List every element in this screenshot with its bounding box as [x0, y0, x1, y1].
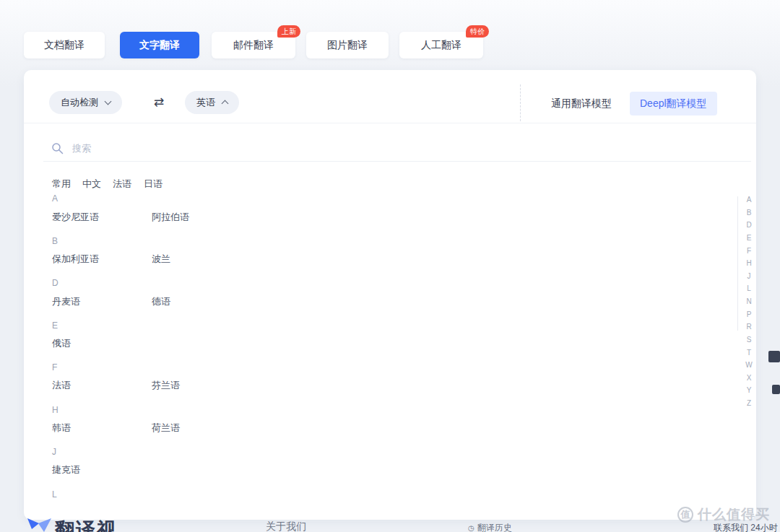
language-option-danish[interactable]: 丹麦语: [52, 295, 80, 308]
tab-document-translation[interactable]: 文档翻译: [24, 32, 105, 58]
search-divider: [43, 161, 751, 162]
target-language-select[interactable]: 英语: [185, 91, 239, 114]
index-letter[interactable]: E: [747, 235, 752, 242]
index-letter[interactable]: Y: [747, 387, 752, 394]
section-letter: E: [52, 320, 58, 331]
tab-label: 文档翻译: [44, 39, 84, 52]
source-language-label: 自动检测: [61, 96, 98, 109]
quick-tab-chinese[interactable]: 中文: [82, 178, 101, 191]
tab-label: 图片翻译: [327, 39, 368, 52]
index-letter[interactable]: R: [746, 323, 751, 331]
index-letter[interactable]: A: [747, 196, 752, 204]
index-letter[interactable]: J: [748, 273, 751, 280]
index-letter[interactable]: F: [747, 248, 751, 255]
section-letter: F: [52, 362, 57, 372]
section-letter: B: [52, 236, 58, 246]
tab-text-translation[interactable]: 文字翻译: [120, 32, 199, 58]
alphabet-index: A B D E F H J L N P R S T W X Y Z: [742, 196, 755, 407]
quick-tab-japanese[interactable]: 日语: [144, 178, 162, 191]
target-language-label: 英语: [196, 96, 215, 109]
tab-image-translation[interactable]: 图片翻译: [306, 32, 389, 58]
index-letter[interactable]: Z: [747, 400, 751, 407]
language-option-russian[interactable]: 俄语: [52, 337, 71, 350]
footer-contact-text: 联系我们 24小时: [714, 522, 778, 532]
language-option-german[interactable]: 德语: [152, 295, 170, 308]
language-search-input[interactable]: [72, 141, 303, 155]
language-option-czech[interactable]: 捷克语: [52, 463, 80, 476]
footer-link-history[interactable]: ◷翻译历史: [468, 522, 512, 532]
index-letter[interactable]: S: [747, 336, 752, 344]
index-letter[interactable]: X: [747, 375, 752, 382]
clock-icon: ◷: [468, 524, 474, 532]
swap-languages-icon[interactable]: ⇄: [154, 95, 164, 110]
new-badge: 上新: [277, 25, 300, 38]
language-option-french[interactable]: 法语: [52, 379, 71, 392]
section-letter: L: [52, 489, 57, 500]
quick-tab-common[interactable]: 常用: [52, 178, 71, 191]
language-option-polish[interactable]: 波兰: [152, 253, 170, 266]
model-deepl-button[interactable]: Deepl翻译模型: [630, 92, 717, 115]
index-letter[interactable]: L: [747, 285, 751, 292]
dropdown-top-divider: [24, 123, 756, 123]
footer-link-about[interactable]: 关于我们: [266, 520, 306, 532]
chevron-up-icon: [222, 100, 229, 108]
language-option-dutch[interactable]: 荷兰语: [152, 422, 180, 435]
section-letter: H: [52, 405, 58, 415]
index-letter[interactable]: N: [746, 298, 751, 305]
index-letter[interactable]: P: [747, 311, 752, 318]
footer-link-label: 翻译历史: [477, 523, 512, 532]
section-letter: D: [52, 278, 58, 288]
language-option-korean[interactable]: 韩语: [52, 422, 71, 435]
source-language-select[interactable]: 自动检测: [49, 91, 122, 114]
tab-label: 人工翻译: [421, 39, 462, 52]
smzdm-logo-icon: 值: [677, 507, 693, 523]
language-option-estonian[interactable]: 爱沙尼亚语: [52, 211, 99, 224]
tab-label: 邮件翻译: [233, 39, 274, 52]
brand-name: 翻译视: [55, 517, 118, 532]
model-general-button[interactable]: 通用翻译模型: [551, 97, 612, 110]
section-letter: A: [52, 193, 58, 204]
index-letter[interactable]: T: [747, 349, 751, 357]
index-divider: [737, 196, 738, 331]
language-option-finnish[interactable]: 芬兰语: [152, 379, 180, 392]
brand-logo-icon: [27, 516, 53, 532]
special-price-badge: 特价: [466, 25, 489, 38]
index-letter[interactable]: W: [745, 362, 752, 369]
quick-tab-french[interactable]: 法语: [113, 178, 131, 191]
index-letter[interactable]: B: [747, 209, 752, 217]
language-option-arabic[interactable]: 阿拉伯语: [152, 211, 189, 224]
clipped-background-content: [772, 385, 780, 394]
tab-label: 文字翻译: [139, 39, 180, 52]
index-letter[interactable]: D: [746, 222, 751, 229]
clipped-background-content: [768, 351, 780, 362]
index-letter[interactable]: H: [746, 260, 751, 267]
model-deepl-label: Deepl翻译模型: [640, 97, 707, 110]
search-icon: [51, 142, 64, 154]
toolbar-divider: [520, 84, 521, 121]
chevron-down-icon: [105, 98, 112, 105]
language-option-bulgarian[interactable]: 保加利亚语: [52, 253, 99, 266]
section-letter: J: [52, 447, 56, 457]
translator-card: [24, 70, 756, 520]
